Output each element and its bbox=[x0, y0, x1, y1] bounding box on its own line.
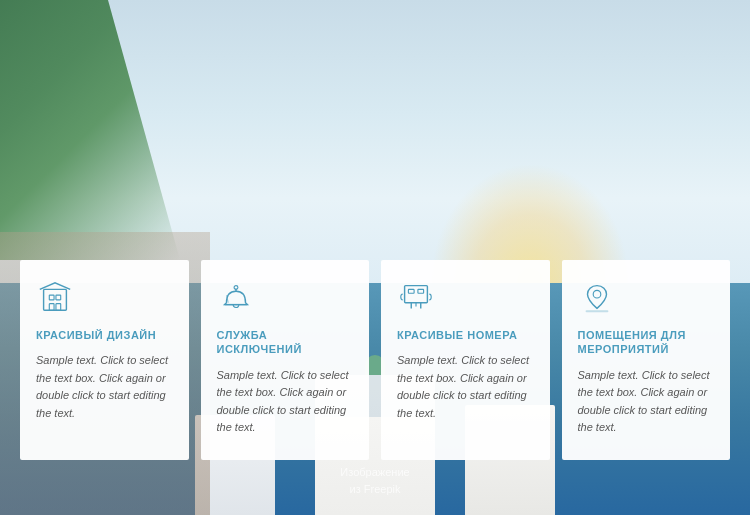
card-events-title: ПОМЕЩЕНИЯ ДЛЯ МЕРОПРИЯТИЙ bbox=[578, 328, 715, 357]
bell-icon bbox=[217, 278, 255, 316]
hero-section: КРАСИВЫЙ ДИЗАЙН Sample text. Click to se… bbox=[0, 0, 750, 515]
key-icon bbox=[397, 278, 435, 316]
footer-line1: Изображение bbox=[340, 464, 409, 481]
card-rooms-text: Sample text. Click to select the text bo… bbox=[397, 352, 534, 422]
svg-rect-8 bbox=[405, 286, 428, 303]
card-service[interactable]: СЛУЖБА ИСКЛЮЧЕНИЙ Sample text. Click to … bbox=[201, 260, 370, 460]
map-pin-icon bbox=[578, 278, 616, 316]
card-events-text: Sample text. Click to select the text bo… bbox=[578, 367, 715, 437]
footer-line2: из Freepik bbox=[340, 481, 409, 498]
footer-credit: Изображение из Freepik bbox=[340, 464, 409, 497]
card-design-title: КРАСИВЫЙ ДИЗАЙН bbox=[36, 328, 173, 342]
card-service-title: СЛУЖБА ИСКЛЮЧЕНИЙ bbox=[217, 328, 354, 357]
card-events[interactable]: ПОМЕЩЕНИЯ ДЛЯ МЕРОПРИЯТИЙ Sample text. C… bbox=[562, 260, 731, 460]
card-rooms-title: КРАСИВЫЕ НОМЕРА bbox=[397, 328, 534, 342]
card-service-text: Sample text. Click to select the text bo… bbox=[217, 367, 354, 437]
svg-rect-0 bbox=[44, 289, 67, 310]
card-design-text: Sample text. Click to select the text bo… bbox=[36, 352, 173, 422]
svg-rect-10 bbox=[418, 289, 424, 293]
svg-rect-9 bbox=[408, 289, 414, 293]
card-rooms[interactable]: КРАСИВЫЕ НОМЕРА Sample text. Click to se… bbox=[381, 260, 550, 460]
card-design[interactable]: КРАСИВЫЙ ДИЗАЙН Sample text. Click to se… bbox=[20, 260, 189, 460]
svg-rect-3 bbox=[49, 304, 54, 311]
svg-rect-4 bbox=[56, 304, 61, 311]
svg-rect-1 bbox=[49, 295, 54, 300]
svg-rect-2 bbox=[56, 295, 61, 300]
building-icon bbox=[36, 278, 74, 316]
svg-rect-12 bbox=[585, 310, 608, 312]
cards-container: КРАСИВЫЙ ДИЗАЙН Sample text. Click to se… bbox=[20, 260, 730, 460]
svg-point-11 bbox=[593, 290, 601, 298]
